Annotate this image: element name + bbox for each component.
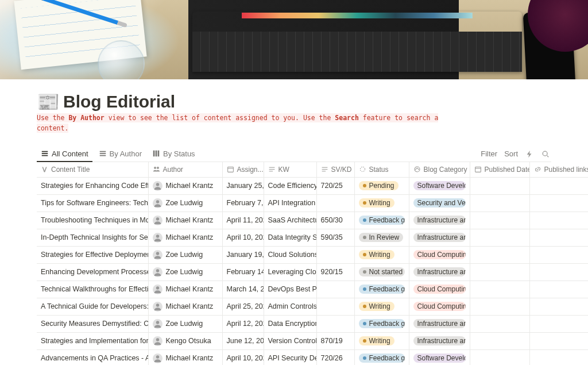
cell-author[interactable]: Zoe Ludwig: [148, 246, 222, 263]
cell-links[interactable]: [529, 281, 588, 298]
cell-assign[interactable]: April 10, 2024: [222, 229, 264, 246]
cell-assign[interactable]: February 14,: [222, 263, 264, 281]
cell-kw[interactable]: Data Encryption Str: [264, 315, 316, 332]
table-row[interactable]: Technical Walkthroughs for Effective ScM…: [37, 281, 588, 298]
cell-date[interactable]: [470, 332, 529, 349]
cell-svkd[interactable]: [316, 298, 354, 315]
cell-date[interactable]: [470, 298, 529, 315]
cell-svkd[interactable]: [316, 281, 354, 298]
cell-date[interactable]: [470, 194, 529, 212]
search-icon[interactable]: [541, 149, 550, 159]
cell-title[interactable]: Strategies for Effective Deployment: Cor: [37, 246, 148, 263]
cell-title[interactable]: Security Measures Demystified: Cryptog: [37, 315, 148, 332]
cell-date[interactable]: [470, 315, 529, 332]
cell-links[interactable]: [529, 332, 588, 349]
cell-kw[interactable]: Cloud Solutions Sc: [264, 246, 316, 263]
col-author[interactable]: Author: [148, 162, 222, 178]
table-row[interactable]: Strategies and Implementation for ZeroKe…: [37, 332, 588, 349]
cell-links[interactable]: [529, 246, 588, 263]
cell-kw[interactable]: Data Integrity Secu: [264, 229, 316, 246]
cell-links[interactable]: [529, 349, 588, 365]
lightning-icon[interactable]: [525, 149, 534, 159]
cell-status[interactable]: Feedback gi...: [354, 315, 409, 332]
cell-title[interactable]: In-Depth Technical Insights for Securing: [37, 229, 148, 246]
cell-assign[interactable]: April 12, 2024: [222, 315, 264, 332]
cell-assign[interactable]: February 7, 2: [222, 194, 264, 212]
cell-date[interactable]: [470, 263, 529, 281]
cell-title[interactable]: Strategies for Enhancing Code Efficienc: [37, 177, 148, 194]
table-row[interactable]: Advancements in QA Practices - AutomMich…: [37, 349, 588, 365]
col-kw[interactable]: KW: [264, 162, 316, 178]
cell-date[interactable]: [470, 212, 529, 229]
cell-category[interactable]: Cloud Computin...: [409, 298, 470, 315]
sort-button[interactable]: Sort: [504, 149, 518, 158]
col-svkd[interactable]: SV/KD: [316, 162, 354, 178]
cell-links[interactable]: [529, 229, 588, 246]
cell-kw[interactable]: API Security Deep D: [264, 349, 316, 365]
cell-svkd[interactable]: 650/30: [316, 212, 354, 229]
table-row[interactable]: Security Measures Demystified: CryptogZo…: [37, 315, 588, 332]
tab-by-status[interactable]: By Status: [148, 147, 199, 162]
cell-kw[interactable]: SaaS Architecture I: [264, 212, 316, 229]
cell-category[interactable]: Infrastructure an...: [409, 332, 470, 349]
cell-svkd[interactable]: [316, 246, 354, 263]
page-title[interactable]: Blog Editorial: [63, 92, 175, 112]
cell-svkd[interactable]: 870/19: [316, 332, 354, 349]
cell-status[interactable]: Pending: [354, 177, 409, 194]
cell-status[interactable]: Feedback gi...: [354, 212, 409, 229]
cell-assign[interactable]: January 25, 2: [222, 177, 264, 194]
cell-category[interactable]: Infrastructure an...: [409, 212, 470, 229]
cell-author[interactable]: Kengo Otsuka: [148, 332, 222, 349]
cell-category[interactable]: Software Develo...: [409, 177, 470, 194]
table-row[interactable]: A Technical Guide for Developers: MicroM…: [37, 298, 588, 315]
cell-status[interactable]: Feedback gi...: [354, 281, 409, 298]
cell-links[interactable]: [529, 315, 588, 332]
cell-kw[interactable]: Code Efficiency Sa: [264, 177, 316, 194]
table-row[interactable]: Troubleshooting Techniques in MonitoriMi…: [37, 212, 588, 229]
cell-svkd[interactable]: 720/25: [316, 177, 354, 194]
cell-title[interactable]: Enhancing Development Processes - Cl: [37, 263, 148, 281]
cell-kw[interactable]: Admin Controls Tec: [264, 298, 316, 315]
col-assign[interactable]: Assign...: [222, 162, 264, 178]
tab-all-content[interactable]: All Content: [37, 147, 92, 162]
cell-title[interactable]: Advancements in QA Practices - Autom: [37, 349, 148, 365]
table-row[interactable]: Strategies for Effective Deployment: Cor…: [37, 246, 588, 263]
cell-status[interactable]: Feedback gi...: [354, 349, 409, 365]
cell-links[interactable]: [529, 194, 588, 212]
cell-status[interactable]: Not started ...: [354, 263, 409, 281]
cell-links[interactable]: [529, 177, 588, 194]
cell-svkd[interactable]: [316, 315, 354, 332]
cell-links[interactable]: [529, 263, 588, 281]
cell-category[interactable]: Cloud Computin...: [409, 246, 470, 263]
cell-links[interactable]: [529, 212, 588, 229]
cell-author[interactable]: Zoe Ludwig: [148, 315, 222, 332]
cell-date[interactable]: [470, 246, 529, 263]
cell-svkd[interactable]: [316, 194, 354, 212]
cell-author[interactable]: Michael Krantz: [148, 229, 222, 246]
filter-button[interactable]: Filter: [481, 149, 497, 158]
cell-category[interactable]: Cloud Computin...: [409, 281, 470, 298]
col-title[interactable]: Content Title: [37, 162, 148, 178]
cell-author[interactable]: Michael Krantz: [148, 212, 222, 229]
col-links[interactable]: Published links: [529, 162, 588, 178]
cell-status[interactable]: In Review: [354, 229, 409, 246]
cell-svkd[interactable]: 920/15: [316, 263, 354, 281]
cell-kw[interactable]: API Integration Mas: [264, 194, 316, 212]
cell-assign[interactable]: April 25, 2024: [222, 298, 264, 315]
table-row[interactable]: In-Depth Technical Insights for Securing…: [37, 229, 588, 246]
table-row[interactable]: Enhancing Development Processes - ClZoe …: [37, 263, 588, 281]
cell-author[interactable]: Michael Krantz: [148, 298, 222, 315]
cell-status[interactable]: Writing: [354, 246, 409, 263]
table-row[interactable]: Strategies for Enhancing Code EfficiencM…: [37, 177, 588, 194]
cell-date[interactable]: [470, 281, 529, 298]
cell-title[interactable]: Troubleshooting Techniques in Monitori: [37, 212, 148, 229]
cell-category[interactable]: Infrastructure an...: [409, 315, 470, 332]
cell-author[interactable]: Zoe Ludwig: [148, 194, 222, 212]
cell-author[interactable]: Michael Krantz: [148, 281, 222, 298]
cell-title[interactable]: Tips for Software Engineers: Technical V: [37, 194, 148, 212]
cell-title[interactable]: Technical Walkthroughs for Effective Sc: [37, 281, 148, 298]
cell-date[interactable]: [470, 349, 529, 365]
cell-assign[interactable]: April 11, 2024: [222, 212, 264, 229]
cell-svkd[interactable]: 720/26: [316, 349, 354, 365]
cell-author[interactable]: Michael Krantz: [148, 349, 222, 365]
